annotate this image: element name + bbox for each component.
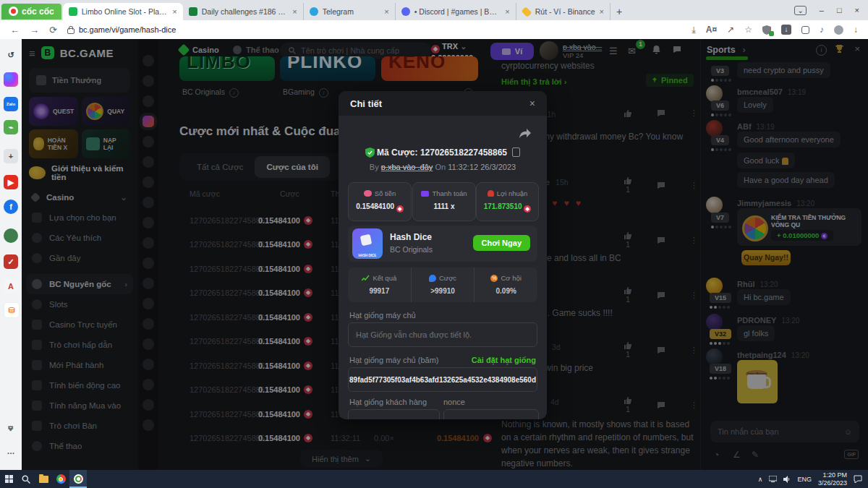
download-tray-icon[interactable]: ⤓ — [692, 25, 696, 35]
messenger-icon[interactable] — [4, 72, 18, 87]
tray-expand-icon[interactable]: ∧ — [758, 476, 763, 483]
modal-close-button[interactable]: × — [529, 98, 535, 109]
share-icon[interactable]: ↗ — [727, 25, 734, 35]
server-seed-label: Hạt giống máy chủ — [349, 311, 416, 320]
bet-byline: By ɒ.xba vào .đây On 11:32:12 26/3/2023 — [339, 163, 547, 171]
taskbar-clock[interactable]: 1:20 PM 3/26/2023 — [818, 471, 847, 487]
windows-taskbar: ∧ ENG 1:20 PM 3/26/2023 — [0, 470, 868, 488]
reload-button[interactable]: ⟳ — [49, 25, 57, 35]
result-box: Kết quả 99917 Cược >99910 %Cơ hội 0.09% — [348, 267, 537, 302]
by-label: By — [370, 163, 379, 171]
nonce-input[interactable] — [443, 409, 539, 419]
tab-close-icon[interactable]: × — [172, 7, 176, 16]
start-button[interactable] — [0, 470, 17, 488]
chance-percent-icon: % — [490, 275, 498, 282]
more-dots-icon[interactable]: … — [4, 444, 18, 458]
history-icon[interactable]: ↺ — [4, 48, 18, 62]
extensions-puzzle-icon[interactable] — [801, 26, 809, 34]
idm-download-icon[interactable]: ↓ — [781, 25, 791, 35]
server-seed-hash-input[interactable]: 89fad5f77305f03af4b63afd132625a4532e4384… — [348, 367, 537, 392]
play-now-button[interactable]: Chơi Ngay — [473, 235, 531, 251]
bet-id-value: 127026518227458865 — [420, 147, 507, 158]
game-card: HASH DICE Hash Dice BC Originals Chơi Ng… — [348, 226, 537, 262]
sports-site-icon[interactable] — [4, 228, 18, 243]
bet-id-line: Mã Cược: 127026518227458865 — [339, 147, 547, 158]
share-icon[interactable] — [519, 129, 531, 139]
tab-close-icon[interactable]: × — [292, 7, 297, 16]
client-seed-input[interactable] — [348, 409, 440, 419]
person-profit-icon — [488, 190, 494, 197]
tab-title: Limbo Online Slot - Play onli — [82, 7, 169, 16]
bet-drop-icon — [429, 275, 436, 282]
tab-close-icon[interactable]: × — [505, 7, 509, 16]
chrome-taskbar-icon[interactable] — [52, 470, 69, 488]
browser-tab-discord[interactable]: • Discord | #games | BC G × — [396, 3, 516, 20]
binance-favicon — [521, 7, 532, 17]
server-seed-input[interactable]: Hạt Giống vẫn chưa được tiết lộ. — [348, 322, 537, 347]
stat-label: Số tiền — [375, 189, 396, 197]
url-field[interactable]: bc.game/vi/game/hash-dice — [67, 25, 176, 34]
adblock-badge — [769, 31, 774, 36]
volume-icon[interactable] — [783, 476, 791, 483]
wallet-payout-icon — [421, 191, 429, 197]
bet-username[interactable]: ɒ.xba vào .đây — [381, 163, 433, 171]
coccoc-logo-icon — [9, 7, 18, 16]
notification-bell-icon[interactable]: 🜃 — [4, 421, 18, 435]
file-explorer-icon[interactable] — [35, 470, 52, 488]
stat-payout: Thanh toán 1111 x — [412, 182, 476, 221]
seed-settings-link[interactable]: Cài đặt hạt giống — [472, 356, 536, 364]
stat-value: 0.15484100 — [356, 202, 394, 210]
coccoc-taskbar-icon[interactable] — [69, 470, 87, 488]
a-site-icon[interactable]: A — [4, 279, 18, 294]
hash-dice-game-icon[interactable]: HASH DICE — [352, 228, 383, 259]
adblock-shield-icon[interactable] — [762, 25, 771, 35]
facebook-icon[interactable]: f — [4, 200, 18, 214]
back-button[interactable]: ← — [10, 25, 20, 35]
bet-details-modal: Chi tiết × Mã Cược: 127026518227458865 B… — [339, 91, 547, 419]
tab-close-icon[interactable]: × — [600, 7, 604, 16]
window-minimize-button[interactable]: – — [820, 6, 824, 14]
youtube-icon[interactable]: ▶ — [4, 175, 18, 189]
copy-icon[interactable] — [512, 147, 520, 157]
browser-tab-limbo[interactable]: Limbo Online Slot - Play onli × — [63, 3, 183, 20]
game-provider: BC Originals — [390, 245, 433, 254]
tab-title: • Discord | #games | BC G — [414, 7, 501, 16]
shop-cart-icon[interactable]: ⛁ — [4, 302, 20, 318]
bet-id-label: Mã Cược: — [377, 147, 418, 158]
action-center-icon[interactable] — [854, 475, 862, 483]
stat-label: Lợi nhuận — [497, 189, 528, 197]
trx-coin-icon: ◆ — [524, 205, 531, 213]
tab-title: Rút - Ví - Binance — [535, 7, 595, 16]
tab-close-icon[interactable]: × — [384, 7, 388, 16]
server-seed-hash-value: 89fad5f77305f03af4b63afd132625a4532e4384… — [349, 376, 536, 384]
browser-tab-bar: cốc cốc Limbo Online Slot - Play onli × … — [0, 0, 868, 20]
bcgame-page: ≡ B BC.GAME Tiền Thưởng QUEST QUAY — [22, 39, 868, 470]
profile-avatar-icon[interactable] — [834, 25, 843, 35]
network-icon[interactable] — [769, 476, 777, 482]
zalo-icon[interactable]: Zalo — [4, 97, 18, 111]
browser-tab-telegram[interactable]: Telegram × — [304, 3, 396, 20]
window-maximize-button[interactable]: □ — [837, 6, 842, 14]
add-shortcut-button[interactable]: + — [4, 149, 18, 163]
language-indicator[interactable]: ENG — [797, 476, 812, 483]
taskbar-search-icon[interactable] — [17, 470, 35, 488]
window-close-button[interactable]: × — [855, 6, 859, 14]
game-tile-label: HASH DICE — [352, 254, 383, 257]
downloads-icon[interactable]: ↓ — [854, 25, 858, 35]
bet-datetime: 11:32:12 26/3/2023 — [448, 163, 516, 171]
browser-tab-binance[interactable]: Rút - Ví - Binance × — [516, 3, 610, 20]
media-icon[interactable]: ♪ — [820, 25, 824, 35]
bookmark-star-icon[interactable]: ☆ — [744, 25, 752, 35]
result-outcome: Kết quả 99917 — [348, 267, 412, 302]
result-value: 99917 — [348, 287, 411, 295]
coccoc-logo[interactable]: cốc cốc — [1, 4, 61, 20]
forward-button[interactable]: → — [30, 25, 39, 35]
browser-tab-daily-challenges[interactable]: Daily challenges #186 - Flash × — [183, 3, 304, 20]
new-tab-button[interactable]: + — [616, 6, 622, 17]
games-gamepad-icon[interactable]: ⌁ — [4, 120, 18, 134]
nonce-label: nonce — [443, 398, 465, 406]
translate-icon[interactable]: A¤ — [706, 25, 717, 35]
check-app-icon[interactable]: ✓ — [4, 254, 18, 269]
tab-search-icon[interactable]: ⌄ — [794, 6, 806, 15]
lock-icon — [67, 28, 75, 34]
